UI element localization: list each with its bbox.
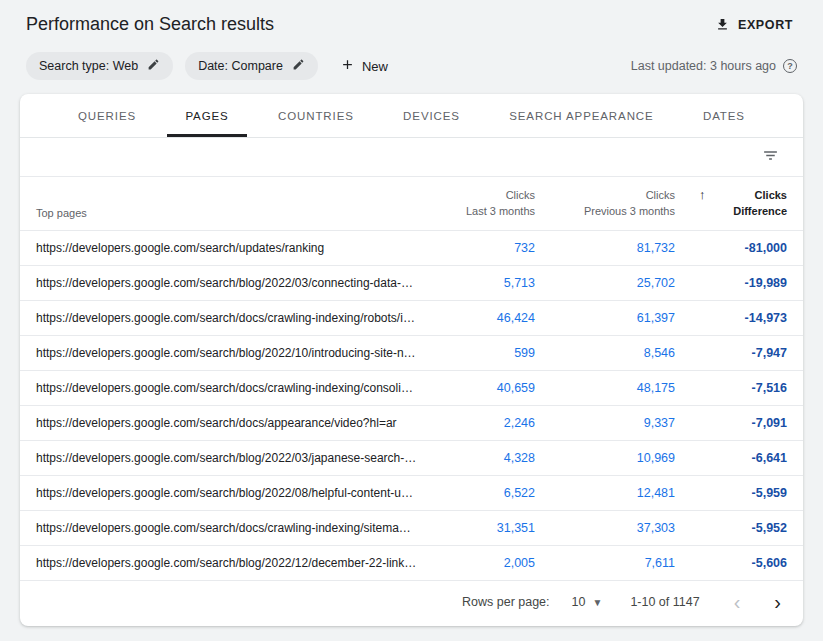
edit-icon [292, 58, 305, 74]
table-row[interactable]: https://developers.google.com/search/upd… [20, 231, 803, 266]
table-row[interactable]: https://developers.google.com/search/blo… [20, 546, 803, 581]
page-url-cell: https://developers.google.com/search/upd… [20, 231, 433, 266]
column-header-clicks-last-line2: Last 3 months [441, 203, 535, 219]
clicks-previous-cell: 12,481 [551, 476, 691, 511]
table-header-row: Top pages Clicks Last 3 months Clicks Pr… [20, 177, 803, 231]
tab-pages[interactable]: PAGES [167, 94, 246, 137]
date-compare-chip-label: Date: Compare [198, 59, 283, 73]
report-card: QUERIESPAGESCOUNTRIESDEVICESSEARCH APPEA… [20, 94, 803, 626]
new-filter-button[interactable]: New [340, 57, 388, 75]
last-updated-text: Last updated: 3 hours ago [631, 59, 776, 73]
filter-table-button[interactable] [760, 145, 781, 169]
export-button[interactable]: EXPORT [711, 11, 797, 38]
column-header-clicks-difference[interactable]: ↑ Clicks Difference [691, 177, 803, 231]
new-filter-label: New [362, 59, 388, 74]
help-icon[interactable]: ? [783, 59, 797, 73]
clicks-previous-cell: 7,611 [551, 546, 691, 581]
table-row[interactable]: https://developers.google.com/search/blo… [20, 476, 803, 511]
date-compare-chip[interactable]: Date: Compare [185, 52, 318, 80]
clicks-last-cell: 2,246 [433, 406, 551, 441]
clicks-difference-cell: -7,516 [691, 371, 803, 406]
table-row[interactable]: https://developers.google.com/search/doc… [20, 371, 803, 406]
previous-page-button[interactable]: ‹ [734, 594, 741, 610]
page-url-cell: https://developers.google.com/search/blo… [20, 266, 433, 301]
column-header-clicks-difference-line2: Difference [699, 203, 787, 219]
table-filter-row [20, 138, 803, 177]
rows-per-page-value: 10 [572, 595, 586, 609]
clicks-last-cell: 5,713 [433, 266, 551, 301]
page-url-cell: https://developers.google.com/search/doc… [20, 511, 433, 546]
filter-bar: Search type: Web Date: Compare New Last … [0, 44, 823, 94]
table-row[interactable]: https://developers.google.com/search/doc… [20, 511, 803, 546]
pagination-range: 1-10 of 1147 [630, 595, 699, 609]
column-header-clicks-previous-line2: Previous 3 months [559, 203, 675, 219]
tab-dates[interactable]: DATES [685, 94, 763, 137]
top-pages-table: Top pages Clicks Last 3 months Clicks Pr… [20, 177, 803, 580]
page-url-cell: https://developers.google.com/search/doc… [20, 301, 433, 336]
table-row[interactable]: https://developers.google.com/search/doc… [20, 301, 803, 336]
tab-devices[interactable]: DEVICES [385, 94, 478, 137]
clicks-difference-cell: -7,091 [691, 406, 803, 441]
table-row[interactable]: https://developers.google.com/search/blo… [20, 336, 803, 371]
clicks-difference-cell: -5,606 [691, 546, 803, 581]
last-updated: Last updated: 3 hours ago ? [631, 59, 797, 73]
table-row[interactable]: https://developers.google.com/search/blo… [20, 266, 803, 301]
clicks-last-cell: 599 [433, 336, 551, 371]
clicks-last-cell: 31,351 [433, 511, 551, 546]
clicks-last-cell: 46,424 [433, 301, 551, 336]
clicks-last-cell: 40,659 [433, 371, 551, 406]
clicks-previous-cell: 81,732 [551, 231, 691, 266]
column-header-clicks-difference-line1: Clicks [755, 187, 787, 203]
page-title: Performance on Search results [26, 14, 274, 35]
filter-chips: Search type: Web Date: Compare New [26, 52, 388, 80]
table-row[interactable]: https://developers.google.com/search/blo… [20, 441, 803, 476]
top-bar: Performance on Search results EXPORT [0, 0, 823, 44]
clicks-previous-cell: 8,546 [551, 336, 691, 371]
page-url-cell: https://developers.google.com/search/doc… [20, 406, 433, 441]
clicks-last-cell: 2,005 [433, 546, 551, 581]
tab-search-appearance[interactable]: SEARCH APPEARANCE [491, 94, 671, 137]
clicks-difference-cell: -5,952 [691, 511, 803, 546]
column-header-clicks-previous-line1: Clicks [646, 187, 675, 203]
clicks-previous-cell: 61,397 [551, 301, 691, 336]
rows-per-page-select[interactable]: 10 ▼ [572, 595, 603, 609]
tab-bar: QUERIESPAGESCOUNTRIESDEVICESSEARCH APPEA… [20, 94, 803, 138]
tab-queries[interactable]: QUERIES [60, 94, 154, 137]
clicks-previous-cell: 48,175 [551, 371, 691, 406]
clicks-difference-cell: -7,947 [691, 336, 803, 371]
table-row[interactable]: https://developers.google.com/search/doc… [20, 406, 803, 441]
rows-per-page-label: Rows per page: [462, 595, 550, 609]
clicks-difference-cell: -14,973 [691, 301, 803, 336]
clicks-last-cell: 732 [433, 231, 551, 266]
clicks-previous-cell: 10,969 [551, 441, 691, 476]
filter-list-icon [762, 147, 779, 167]
download-icon [715, 17, 730, 32]
export-label: EXPORT [738, 18, 793, 32]
clicks-difference-cell: -6,641 [691, 441, 803, 476]
column-header-clicks-previous[interactable]: Clicks Previous 3 months [551, 177, 691, 231]
clicks-difference-cell: -19,989 [691, 266, 803, 301]
clicks-previous-cell: 9,337 [551, 406, 691, 441]
pagination-bar: Rows per page: 10 ▼ 1-10 of 1147 ‹ › [20, 580, 803, 626]
search-type-chip-label: Search type: Web [39, 59, 138, 73]
column-header-top-pages[interactable]: Top pages [20, 177, 433, 231]
edit-icon [147, 58, 160, 74]
plus-icon [340, 57, 355, 75]
search-type-chip[interactable]: Search type: Web [26, 52, 173, 80]
sort-arrow-up-icon: ↑ [699, 187, 706, 203]
dropdown-arrow-icon: ▼ [592, 597, 602, 608]
page-url-cell: https://developers.google.com/search/blo… [20, 441, 433, 476]
clicks-difference-cell: -81,000 [691, 231, 803, 266]
column-header-clicks-last[interactable]: Clicks Last 3 months [433, 177, 551, 231]
clicks-last-cell: 4,328 [433, 441, 551, 476]
tab-countries[interactable]: COUNTRIES [260, 94, 372, 137]
page-url-cell: https://developers.google.com/search/doc… [20, 371, 433, 406]
clicks-previous-cell: 25,702 [551, 266, 691, 301]
column-header-clicks-last-line1: Clicks [506, 187, 535, 203]
page-url-cell: https://developers.google.com/search/blo… [20, 546, 433, 581]
next-page-button[interactable]: › [774, 594, 781, 610]
page-url-cell: https://developers.google.com/search/blo… [20, 336, 433, 371]
clicks-last-cell: 6,522 [433, 476, 551, 511]
clicks-difference-cell: -5,959 [691, 476, 803, 511]
page-url-cell: https://developers.google.com/search/blo… [20, 476, 433, 511]
